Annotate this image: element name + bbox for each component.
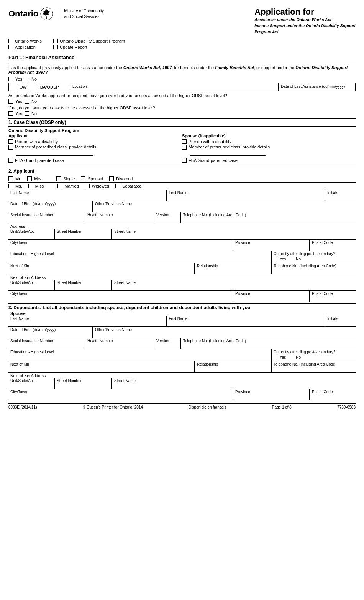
salutation-row2: Ms. Miss Married Widowed Separated: [8, 183, 356, 190]
nok-telephone-cell: Telephone No. (Including Area Code): [271, 263, 356, 274]
nok-city-row: City/Town Province Postal Code: [8, 291, 356, 302]
fba-label: FBA/ODSP: [38, 85, 59, 89]
prev-no-label: No: [31, 77, 37, 81]
spouse-health-cell: Health Number: [85, 338, 154, 349]
nok-address-label: Next of Kin Address: [8, 274, 356, 280]
spouse-dob-row: Date of Birth (dd/mm/yyyy) Other/Previou…: [8, 327, 356, 338]
spouse-nok-row: Next of Kin Relationship Telephone No. (…: [8, 361, 356, 373]
header-divider: [8, 52, 356, 52]
odsp-checkbox[interactable]: [53, 39, 58, 43]
spouse-dob-cell: Date of Birth (dd/mm/yyyy): [8, 327, 93, 338]
asset2-no-checkbox[interactable]: [25, 111, 29, 116]
app-subtitle: Assistance under the Ontario Works Act I…: [254, 17, 356, 35]
odsp-label: Ontario Disability Support Program: [60, 39, 125, 43]
miss-group: Miss: [28, 184, 44, 188]
fba-left: FBA Grand-parented case: [8, 157, 182, 163]
spouse-first-name-cell: First Name: [167, 316, 325, 326]
logo-area: Ontario Ministry of Community and Social…: [8, 7, 104, 21]
married-checkbox[interactable]: [57, 184, 62, 188]
divorced-checkbox[interactable]: [109, 176, 114, 181]
fba-checkbox[interactable]: [30, 85, 34, 89]
mrs-group: Mrs.: [27, 176, 42, 181]
prev-no-checkbox[interactable]: [25, 77, 29, 81]
spouse-nok-street-num-cell: Street Number: [54, 378, 112, 389]
application-label: Application: [15, 45, 36, 49]
separated-group: Separated: [115, 184, 142, 188]
location-cell: Location: [70, 83, 279, 91]
ontario-logo: Ontario: [8, 7, 54, 21]
detail-line-spouse: [190, 150, 266, 156]
spouse-nok-cell: Next of Kin: [8, 361, 195, 372]
single-group: Single: [56, 176, 75, 181]
fba-grand-row: FBA Grand-parented case FBA Grand-parent…: [8, 157, 356, 163]
application-checkbox[interactable]: [8, 45, 13, 49]
ontario-works-checkbox[interactable]: [8, 39, 13, 43]
update-report-checkbox[interactable]: [53, 45, 58, 49]
unit-cell: Unit/Suite/Apt.: [8, 229, 54, 239]
member-prescribed-spouse-checkbox[interactable]: [182, 145, 187, 150]
odsp-asset-q2: If no, do you want your assets to be ass…: [8, 105, 356, 110]
member-prescribed-applicant-checkbox[interactable]: [8, 145, 13, 150]
relationship-cell: Relationship: [195, 263, 271, 274]
widowed-label: Widowed: [92, 184, 109, 188]
person-disability-spouse: Person with a disability: [182, 139, 356, 144]
spouse-relationship-cell: Relationship: [195, 361, 271, 372]
person-disability-applicant-checkbox[interactable]: [8, 139, 13, 144]
attending-yes-checkbox[interactable]: [274, 257, 278, 261]
divorced-group: Divorced: [109, 176, 133, 181]
address-label-row: Address: [8, 223, 356, 229]
spouse-education-row: Education - Highest Level Currently atte…: [8, 349, 356, 361]
ontario-works-row: Ontario Works: [8, 39, 42, 43]
attending-checkboxes: Yes No: [274, 257, 354, 261]
attending-no-checkbox[interactable]: [290, 257, 294, 261]
ms-group: Ms.: [8, 184, 22, 188]
single-checkbox[interactable]: [56, 176, 61, 181]
miss-checkbox[interactable]: [28, 184, 33, 188]
other-name-cell: Other/Previous Name: [93, 201, 356, 212]
copyright: © Queen's Printer for Ontario, 2014: [83, 405, 143, 409]
spouse-nok-city-row: City/Town Province Postal Code: [8, 389, 356, 400]
widowed-checkbox[interactable]: [85, 184, 90, 188]
first-name-cell: First Name: [167, 190, 325, 201]
person-disability-spouse-checkbox[interactable]: [182, 139, 187, 144]
nok-street-name-cell: Street Name: [112, 280, 356, 290]
ministry-text: Ministry of Community and Social Service…: [60, 8, 104, 19]
city-row: City/Town Province Postal Code: [8, 240, 356, 251]
nok-unit-cell: Unit/Suite/Apt.: [8, 280, 54, 290]
fba-grand-spouse-checkbox[interactable]: [182, 158, 187, 163]
fba-right: FBA Grand-parented case: [182, 157, 356, 163]
fba-grand-applicant-checkbox[interactable]: [8, 158, 13, 163]
ow-checkbox[interactable]: [12, 85, 16, 89]
prev-yes-checkbox[interactable]: [8, 77, 13, 81]
asset-no-label: No: [31, 99, 37, 104]
education-row: Education - Highest Level Currently atte…: [8, 251, 356, 263]
spouse-attending-no-checkbox[interactable]: [290, 355, 294, 359]
spousal-group: Spousal: [81, 176, 103, 181]
nok-street-num-cell: Street Number: [54, 280, 112, 290]
ms-checkbox[interactable]: [8, 184, 13, 188]
spousal-checkbox[interactable]: [81, 176, 85, 181]
asset2-yes-checkbox[interactable]: [8, 111, 13, 116]
odsp-program-title: Ontario Disability Support Program: [8, 128, 356, 133]
spouse-nok-province-cell: Province: [233, 389, 310, 400]
member-prescribed-applicant: Member of prescribed class, provide deta…: [8, 145, 182, 150]
page: Ontario Ministry of Community and Social…: [0, 0, 364, 414]
separated-checkbox[interactable]: [115, 184, 120, 188]
street-name-cell: Street Name: [112, 229, 356, 239]
form-number: 0983E (2014/11): [8, 405, 37, 409]
spouse-sin-row: Social Insurance Number Health Number Ve…: [8, 338, 356, 349]
case-class-two-col: Applicant Person with a disability Membe…: [8, 134, 356, 156]
mr-checkbox[interactable]: [8, 176, 13, 181]
ms-label: Ms.: [15, 184, 22, 188]
program-col-left: Ontario Works Application: [8, 39, 42, 49]
mrs-checkbox[interactable]: [27, 176, 32, 181]
dob-cell: Date of Birth (dd/mm/yyyy): [8, 201, 93, 212]
asset-no-checkbox[interactable]: [25, 99, 29, 104]
spouse-education-cell: Education - Highest Level: [8, 349, 271, 361]
odsp-asset-yes-no: Yes No: [8, 99, 356, 104]
spouse-nok-unit-cell: Unit/Suite/Apt.: [8, 378, 54, 389]
asset-yes-checkbox[interactable]: [8, 99, 13, 104]
spouse-attending-yes-checkbox[interactable]: [274, 355, 278, 359]
person-disability-applicant: Person with a disability: [8, 139, 182, 144]
program-col-right: Ontario Disability Support Program Updat…: [53, 39, 125, 49]
